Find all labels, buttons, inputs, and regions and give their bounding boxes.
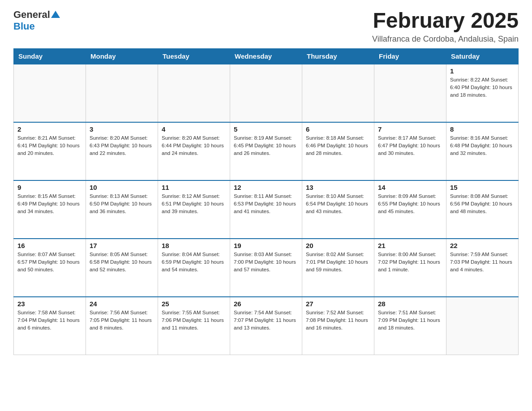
location-text: Villafranca de Cordoba, Andalusia, Spain — [372, 34, 519, 44]
day-number: 3 — [90, 125, 154, 133]
day-number: 6 — [306, 125, 370, 133]
day-number: 20 — [306, 242, 370, 249]
day-number: 28 — [378, 300, 442, 308]
calendar-cell — [374, 64, 446, 122]
day-number: 13 — [306, 184, 370, 191]
day-info: Sunrise: 8:09 AM Sunset: 6:55 PM Dayligh… — [378, 193, 442, 216]
day-info: Sunrise: 7:58 AM Sunset: 7:04 PM Dayligh… — [17, 309, 82, 332]
page-header: General Blue February 2025 Villafranca d… — [13, 9, 519, 44]
calendar-cell: 2Sunrise: 8:21 AM Sunset: 6:41 PM Daylig… — [14, 122, 86, 180]
header-sunday: Sunday — [14, 48, 86, 64]
calendar-cell: 11Sunrise: 8:12 AM Sunset: 6:51 PM Dayli… — [158, 180, 230, 239]
calendar-cell: 18Sunrise: 8:04 AM Sunset: 6:59 PM Dayli… — [158, 239, 230, 297]
day-info: Sunrise: 7:55 AM Sunset: 7:06 PM Dayligh… — [162, 309, 226, 332]
month-title: February 2025 — [372, 9, 519, 33]
day-number: 12 — [234, 184, 298, 191]
week-row-1: 1Sunrise: 8:22 AM Sunset: 6:40 PM Daylig… — [14, 64, 519, 122]
day-number: 16 — [17, 242, 82, 249]
week-row-3: 9Sunrise: 8:15 AM Sunset: 6:49 PM Daylig… — [14, 180, 519, 239]
week-row-2: 2Sunrise: 8:21 AM Sunset: 6:41 PM Daylig… — [14, 122, 519, 180]
header-monday: Monday — [86, 48, 158, 64]
day-info: Sunrise: 8:02 AM Sunset: 7:01 PM Dayligh… — [306, 251, 370, 274]
day-info: Sunrise: 8:11 AM Sunset: 6:53 PM Dayligh… — [234, 193, 298, 216]
day-info: Sunrise: 8:21 AM Sunset: 6:41 PM Dayligh… — [17, 134, 82, 158]
header-thursday: Thursday — [302, 48, 374, 64]
day-number: 24 — [90, 300, 154, 308]
calendar-table: Sunday Monday Tuesday Wednesday Thursday… — [13, 48, 519, 355]
day-number: 5 — [234, 125, 298, 133]
day-info: Sunrise: 7:52 AM Sunset: 7:08 PM Dayligh… — [306, 309, 370, 332]
day-number: 19 — [234, 242, 298, 249]
day-number: 2 — [17, 125, 82, 133]
day-number: 7 — [378, 125, 442, 133]
day-number: 11 — [162, 184, 226, 191]
day-number: 14 — [378, 184, 442, 191]
title-section: February 2025 Villafranca de Cordoba, An… — [372, 9, 519, 44]
day-info: Sunrise: 8:20 AM Sunset: 6:44 PM Dayligh… — [162, 134, 226, 158]
day-number: 9 — [17, 184, 82, 191]
calendar-cell: 19Sunrise: 8:03 AM Sunset: 7:00 PM Dayli… — [230, 239, 302, 297]
calendar-cell: 20Sunrise: 8:02 AM Sunset: 7:01 PM Dayli… — [302, 239, 374, 297]
week-row-4: 16Sunrise: 8:07 AM Sunset: 6:57 PM Dayli… — [14, 239, 519, 297]
day-info: Sunrise: 8:16 AM Sunset: 6:48 PM Dayligh… — [450, 134, 515, 158]
day-number: 26 — [234, 300, 298, 308]
day-number: 15 — [450, 184, 515, 191]
day-info: Sunrise: 8:18 AM Sunset: 6:46 PM Dayligh… — [306, 134, 370, 158]
day-number: 21 — [378, 242, 442, 249]
svg-marker-0 — [51, 11, 60, 18]
day-info: Sunrise: 8:10 AM Sunset: 6:54 PM Dayligh… — [306, 193, 370, 216]
logo-triangle-icon — [51, 10, 60, 19]
calendar-cell — [302, 64, 374, 122]
calendar-cell: 15Sunrise: 8:08 AM Sunset: 6:56 PM Dayli… — [446, 180, 519, 239]
day-info: Sunrise: 8:08 AM Sunset: 6:56 PM Dayligh… — [450, 193, 515, 216]
calendar-cell: 21Sunrise: 8:00 AM Sunset: 7:02 PM Dayli… — [374, 239, 446, 297]
calendar-cell: 27Sunrise: 7:52 AM Sunset: 7:08 PM Dayli… — [302, 297, 374, 355]
day-number: 4 — [162, 125, 226, 133]
calendar-cell — [446, 297, 519, 355]
calendar-cell: 5Sunrise: 8:19 AM Sunset: 6:45 PM Daylig… — [230, 122, 302, 180]
day-info: Sunrise: 7:51 AM Sunset: 7:09 PM Dayligh… — [378, 309, 442, 332]
header-tuesday: Tuesday — [158, 48, 230, 64]
day-info: Sunrise: 8:19 AM Sunset: 6:45 PM Dayligh… — [234, 134, 298, 158]
logo-blue-text: Blue — [13, 21, 35, 32]
day-number: 18 — [162, 242, 226, 249]
calendar-cell: 13Sunrise: 8:10 AM Sunset: 6:54 PM Dayli… — [302, 180, 374, 239]
day-info: Sunrise: 8:13 AM Sunset: 6:50 PM Dayligh… — [90, 193, 154, 216]
calendar-cell — [14, 64, 86, 122]
day-number: 25 — [162, 300, 226, 308]
calendar-cell: 1Sunrise: 8:22 AM Sunset: 6:40 PM Daylig… — [446, 64, 519, 122]
calendar-cell: 25Sunrise: 7:55 AM Sunset: 7:06 PM Dayli… — [158, 297, 230, 355]
calendar-cell: 26Sunrise: 7:54 AM Sunset: 7:07 PM Dayli… — [230, 297, 302, 355]
calendar-cell: 9Sunrise: 8:15 AM Sunset: 6:49 PM Daylig… — [14, 180, 86, 239]
calendar-cell — [230, 64, 302, 122]
header-friday: Friday — [374, 48, 446, 64]
header-saturday: Saturday — [446, 48, 519, 64]
weekday-header-row: Sunday Monday Tuesday Wednesday Thursday… — [14, 48, 519, 64]
day-info: Sunrise: 7:56 AM Sunset: 7:05 PM Dayligh… — [90, 309, 154, 332]
calendar-cell: 17Sunrise: 8:05 AM Sunset: 6:58 PM Dayli… — [86, 239, 158, 297]
day-number: 17 — [90, 242, 154, 249]
calendar-cell: 6Sunrise: 8:18 AM Sunset: 6:46 PM Daylig… — [302, 122, 374, 180]
calendar-cell: 12Sunrise: 8:11 AM Sunset: 6:53 PM Dayli… — [230, 180, 302, 239]
calendar-cell: 24Sunrise: 7:56 AM Sunset: 7:05 PM Dayli… — [86, 297, 158, 355]
logo-general-text: General — [13, 9, 50, 21]
logo: General Blue — [13, 9, 60, 32]
week-row-5: 23Sunrise: 7:58 AM Sunset: 7:04 PM Dayli… — [14, 297, 519, 355]
day-number: 23 — [17, 300, 82, 308]
day-info: Sunrise: 7:54 AM Sunset: 7:07 PM Dayligh… — [234, 309, 298, 332]
calendar-cell: 22Sunrise: 7:59 AM Sunset: 7:03 PM Dayli… — [446, 239, 519, 297]
day-number: 8 — [450, 125, 515, 133]
calendar-cell: 16Sunrise: 8:07 AM Sunset: 6:57 PM Dayli… — [14, 239, 86, 297]
calendar-cell: 3Sunrise: 8:20 AM Sunset: 6:43 PM Daylig… — [86, 122, 158, 180]
day-info: Sunrise: 8:03 AM Sunset: 7:00 PM Dayligh… — [234, 251, 298, 274]
day-info: Sunrise: 8:17 AM Sunset: 6:47 PM Dayligh… — [378, 134, 442, 158]
day-info: Sunrise: 8:12 AM Sunset: 6:51 PM Dayligh… — [162, 193, 226, 216]
header-wednesday: Wednesday — [230, 48, 302, 64]
day-number: 1 — [450, 67, 515, 75]
day-info: Sunrise: 8:07 AM Sunset: 6:57 PM Dayligh… — [17, 251, 82, 274]
day-number: 27 — [306, 300, 370, 308]
day-info: Sunrise: 8:15 AM Sunset: 6:49 PM Dayligh… — [17, 193, 82, 216]
calendar-cell: 14Sunrise: 8:09 AM Sunset: 6:55 PM Dayli… — [374, 180, 446, 239]
day-info: Sunrise: 8:00 AM Sunset: 7:02 PM Dayligh… — [378, 251, 442, 274]
calendar-cell: 23Sunrise: 7:58 AM Sunset: 7:04 PM Dayli… — [14, 297, 86, 355]
